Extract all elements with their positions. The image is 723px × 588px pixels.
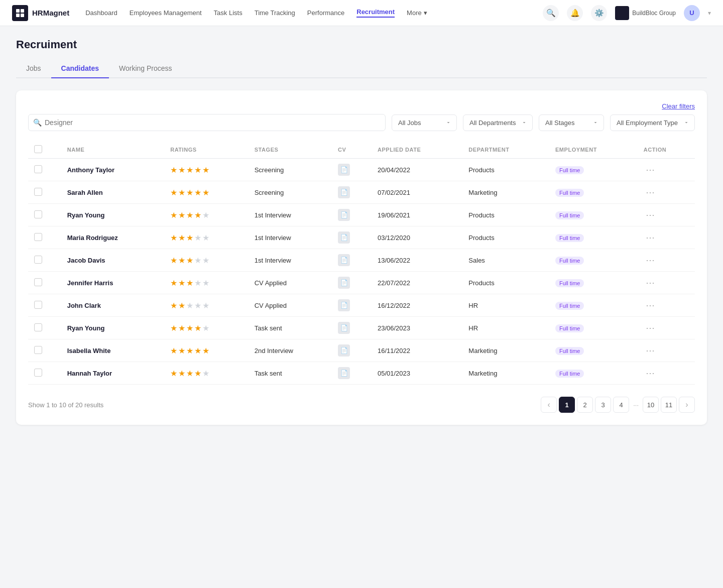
row-action-button[interactable]: ⋯ xyxy=(644,277,657,288)
all-departments-select[interactable]: All Departments xyxy=(463,114,533,131)
tab-working-process[interactable]: Working Process xyxy=(109,59,182,78)
cv-icon[interactable]: 📄 xyxy=(338,164,350,176)
row-action-button[interactable]: ⋯ xyxy=(644,232,657,243)
pagination-page-3[interactable]: 3 xyxy=(595,397,611,413)
nav-recruitment[interactable]: Recruitment xyxy=(356,8,395,18)
table-row: Jennifer Harris★★★★★CV Applied📄22/07/202… xyxy=(28,272,695,294)
row-action-button[interactable]: ⋯ xyxy=(644,322,657,333)
department-cell: Products xyxy=(462,159,549,181)
star-filled-icon: ★ xyxy=(186,233,193,243)
row-action-button[interactable]: ⋯ xyxy=(644,368,657,379)
cv-icon[interactable]: 📄 xyxy=(338,299,350,311)
pagination-page-11[interactable]: 11 xyxy=(661,397,677,413)
notifications-button[interactable]: 🔔 xyxy=(567,5,583,21)
brand-name: BuildBloc Group xyxy=(632,10,676,17)
pagination-page-10[interactable]: 10 xyxy=(643,397,659,413)
cv-icon[interactable]: 📄 xyxy=(338,344,350,357)
star-filled-icon: ★ xyxy=(170,323,177,333)
row-checkbox-5[interactable] xyxy=(34,278,42,286)
star-filled-icon: ★ xyxy=(186,278,193,288)
tab-jobs[interactable]: Jobs xyxy=(16,59,51,78)
row-action-button[interactable]: ⋯ xyxy=(644,300,657,311)
row-action-button[interactable]: ⋯ xyxy=(644,164,657,175)
search-input[interactable] xyxy=(28,114,386,131)
stage-cell: Task sent xyxy=(249,317,332,339)
table-row: Jacob Davis★★★★★1st Interview📄13/06/2022… xyxy=(28,249,695,272)
search-button[interactable]: 🔍 xyxy=(543,5,559,21)
row-action-button[interactable]: ⋯ xyxy=(644,209,657,220)
star-filled-icon: ★ xyxy=(170,165,177,175)
cv-icon[interactable]: 📄 xyxy=(338,322,350,334)
star-empty-icon: ★ xyxy=(194,233,201,243)
star-filled-icon: ★ xyxy=(178,210,185,220)
row-checkbox-2[interactable] xyxy=(34,210,42,218)
employment-badge: Full time xyxy=(555,211,584,219)
logo-text: HRMagnet xyxy=(32,9,69,17)
row-checkbox-8[interactable] xyxy=(34,346,42,354)
star-filled-icon: ★ xyxy=(178,346,185,356)
star-filled-icon: ★ xyxy=(202,346,209,356)
all-jobs-select[interactable]: All Jobs xyxy=(392,114,457,131)
nav-tasklists[interactable]: Task Lists xyxy=(214,9,243,17)
col-action: ACTION xyxy=(638,141,695,159)
row-checkbox-1[interactable] xyxy=(34,188,42,196)
employment-badge: Full time xyxy=(555,302,584,310)
rating-stars: ★★★★★ xyxy=(170,188,243,197)
cv-icon[interactable]: 📄 xyxy=(338,209,350,221)
nav-timetracking[interactable]: Time Tracking xyxy=(255,9,295,17)
cv-icon[interactable]: 📄 xyxy=(338,254,350,266)
user-avatar[interactable]: U xyxy=(684,5,700,21)
nav-employees[interactable]: Employees Management xyxy=(130,9,202,17)
row-checkbox-3[interactable] xyxy=(34,233,42,241)
star-filled-icon: ★ xyxy=(178,188,185,197)
rating-stars: ★★★★★ xyxy=(170,301,243,310)
nav-dashboard[interactable]: Dashboard xyxy=(85,9,117,17)
col-ratings: RATINGS xyxy=(164,141,249,159)
settings-button[interactable]: ⚙️ xyxy=(591,5,607,21)
table-row: John Clark★★★★★CV Applied📄16/12/2022HRFu… xyxy=(28,294,695,317)
department-cell: HR xyxy=(462,294,549,317)
nav-performance[interactable]: Performance xyxy=(307,9,344,17)
row-checkbox-7[interactable] xyxy=(34,323,42,331)
cv-icon[interactable]: 📄 xyxy=(338,231,350,244)
nav-more[interactable]: More ▾ xyxy=(407,9,427,17)
star-filled-icon: ★ xyxy=(178,256,185,265)
row-checkbox-9[interactable] xyxy=(34,369,42,377)
table-row: Ryan Young★★★★★1st Interview📄19/06/2021P… xyxy=(28,204,695,226)
row-action-button[interactable]: ⋯ xyxy=(644,345,657,356)
pagination-next[interactable]: › xyxy=(679,397,695,413)
star-filled-icon: ★ xyxy=(186,165,193,175)
candidate-name: Jennifer Harris xyxy=(67,279,113,287)
cv-icon[interactable]: 📄 xyxy=(338,367,350,379)
applied-date: 03/12/2020 xyxy=(372,226,462,249)
cv-icon[interactable]: 📄 xyxy=(338,186,350,198)
row-action-button[interactable]: ⋯ xyxy=(644,255,657,266)
department-cell: HR xyxy=(462,317,549,339)
cv-icon[interactable]: 📄 xyxy=(338,277,350,289)
col-name: NAME xyxy=(61,141,164,159)
pagination-page-4[interactable]: 4 xyxy=(613,397,629,413)
all-employment-select[interactable]: All Employment Type xyxy=(610,114,695,131)
all-stages-select[interactable]: All Stages xyxy=(539,114,604,131)
row-checkbox-6[interactable] xyxy=(34,301,42,309)
pagination-page-2[interactable]: 2 xyxy=(577,397,593,413)
row-checkbox-0[interactable] xyxy=(34,165,42,173)
department-cell: Products xyxy=(462,226,549,249)
star-filled-icon: ★ xyxy=(178,301,185,310)
star-filled-icon: ★ xyxy=(194,210,201,220)
pagination-prev[interactable]: ‹ xyxy=(541,397,557,413)
select-all-checkbox[interactable] xyxy=(34,145,42,153)
clear-filters-button[interactable]: Clear filters xyxy=(662,102,695,110)
tab-candidates[interactable]: Candidates xyxy=(51,59,109,78)
filters-row: 🔍 All Jobs All Departments All Stages Al… xyxy=(28,114,695,131)
star-filled-icon: ★ xyxy=(186,256,193,265)
pagination-page-1[interactable]: 1 xyxy=(559,397,575,413)
row-action-button[interactable]: ⋯ xyxy=(644,187,657,198)
stage-cell: Screening xyxy=(249,159,332,181)
col-department: DEPARTMENT xyxy=(462,141,549,159)
star-filled-icon: ★ xyxy=(178,369,185,378)
row-checkbox-4[interactable] xyxy=(34,256,42,264)
star-filled-icon: ★ xyxy=(186,346,193,356)
candidate-name: Ryan Young xyxy=(67,211,105,219)
applied-date: 13/06/2022 xyxy=(372,249,462,272)
